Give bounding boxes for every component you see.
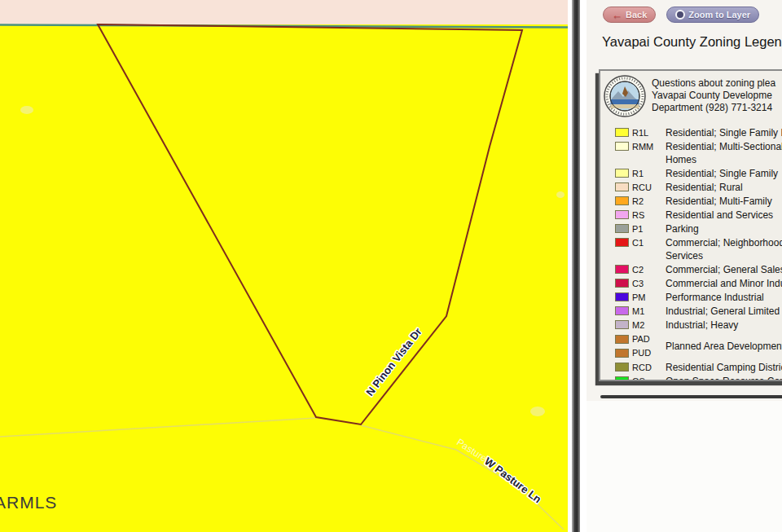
- legend-item-r1l: R1LResidential; Single Family L: [615, 126, 782, 139]
- legend-desc: Residential; Rural: [666, 181, 743, 194]
- legend-code: RCD: [632, 361, 666, 374]
- window-splitter: [568, 0, 586, 532]
- legend-swatch: [615, 182, 629, 191]
- legend-code: R1L: [632, 126, 666, 139]
- legend-note-line3: Department (928) 771-3214: [652, 102, 775, 114]
- legend-desc: Residential; Multi-SectionalHomes: [666, 140, 782, 166]
- zoning-map-canvas: Pasture N Pinon Vista Dr W Pasture Ln: [0, 0, 568, 532]
- legend-header: Questions about zoning plea Yavapai Coun…: [604, 73, 782, 121]
- page-title: Yavapai County Zoning Legend: [602, 34, 782, 50]
- legend-code: RCU: [632, 181, 666, 194]
- faint-parcel-mark: [556, 191, 565, 198]
- legend-item-c2: C2Commercial; General Sales: [615, 263, 782, 276]
- legend-rows: R1LResidential; Single Family LRMMReside…: [604, 126, 782, 381]
- zoom-to-layer-label: Zoom to Layer: [688, 10, 750, 20]
- zone-rcu-band: [0, 0, 568, 24]
- map-viewport[interactable]: Pasture N Pinon Vista Dr W Pasture Ln AR…: [0, 0, 568, 532]
- legend-code: C1: [632, 236, 666, 249]
- legend-item-rcd: RCDResidential Camping Distric: [615, 361, 782, 374]
- legend-swatch: [615, 363, 629, 372]
- back-button-label: Back: [626, 10, 647, 20]
- faint-parcel-mark: [530, 407, 545, 416]
- legend-item-c1: C1Commercial; NeighborhoodServices: [615, 236, 782, 262]
- legend-desc: Commercial and Minor Indu: [666, 277, 782, 290]
- legend-code: RMM: [632, 140, 666, 153]
- legend-desc: Residential; Single Family L: [666, 126, 782, 139]
- legend-swatch: [615, 292, 629, 301]
- yavapai-county-seal: [604, 75, 646, 117]
- legend-code: PUD: [632, 346, 666, 359]
- panel-lower-area: [586, 401, 782, 532]
- legend-desc: Residential; Single Family: [666, 167, 778, 180]
- legend-note: Questions about zoning plea Yavapai Coun…: [652, 73, 775, 114]
- legend-desc: Residential Camping Distric: [666, 361, 782, 374]
- legend-swatch: [615, 376, 629, 381]
- legend-swatch: [615, 210, 629, 219]
- armls-watermark: ARMLS: [0, 493, 57, 512]
- back-button[interactable]: ← Back: [603, 7, 656, 23]
- legend-swatch: [615, 335, 629, 344]
- panel-toolbar: ← Back Zoom to Layer: [603, 7, 759, 23]
- panel-divider-bar: [600, 395, 782, 398]
- legend-swatch: [615, 224, 629, 233]
- legend-panel: ← Back Zoom to Layer Yavapai County Zoni…: [586, 0, 782, 532]
- legend-item-os: OSOpen Space Resource Con: [615, 375, 782, 381]
- faint-parcel-mark: [20, 106, 33, 114]
- legend-desc: Planned Area Development: [666, 340, 782, 353]
- legend-code: P1: [632, 222, 666, 235]
- back-arrow-icon: ←: [612, 10, 622, 20]
- legend-swatch: [615, 169, 629, 178]
- legend-item-pm: PMPerformance Industrial: [615, 291, 782, 304]
- legend-desc: Industrial; Heavy: [666, 319, 738, 332]
- legend-swatch: [615, 279, 629, 288]
- legend-code: R2: [632, 195, 666, 208]
- legend-swatch: [615, 306, 629, 315]
- legend-desc: Industrial; General Limited: [666, 305, 780, 318]
- legend-item-rcu: RCUResidential; Rural: [615, 181, 782, 194]
- legend-code: PAD: [632, 332, 666, 345]
- legend-swatch: [615, 196, 629, 205]
- legend-swatch: [615, 320, 629, 329]
- legend-code: OS: [632, 375, 666, 381]
- legend-note-line1: Questions about zoning plea: [652, 77, 775, 90]
- legend-item-c3: C3Commercial and Minor Indu: [615, 277, 782, 290]
- legend-code: M1: [632, 305, 666, 318]
- legend-swatch: [615, 238, 629, 247]
- legend-desc: Parking: [666, 222, 699, 235]
- legend-desc: Open Space Resource Con: [666, 375, 782, 381]
- legend-code: RS: [632, 209, 666, 222]
- legend-code: C3: [632, 277, 666, 290]
- legend-item-m2: M2Industrial; Heavy: [615, 319, 782, 332]
- legend-code: M2: [632, 319, 666, 332]
- legend-swatch: [615, 142, 629, 151]
- legend-swatch: [615, 128, 629, 137]
- legend-code: R1: [632, 167, 666, 180]
- app-window: Pasture N Pinon Vista Dr W Pasture Ln AR…: [0, 0, 782, 532]
- legend-note-line2: Yavapai County Developme: [652, 90, 775, 102]
- legend-item-m1: M1Industrial; General Limited: [615, 305, 782, 318]
- legend-desc: Performance Industrial: [666, 291, 764, 304]
- vertical-scrollbar[interactable]: [572, 0, 580, 532]
- legend-code: PM: [632, 291, 666, 304]
- legend-swatch: [615, 349, 629, 358]
- legend-desc: Commercial; NeighborhoodServices: [666, 236, 782, 262]
- legend-swatch: [615, 265, 629, 274]
- legend-item-p1: P1Parking: [615, 222, 782, 235]
- legend-desc: Commercial; General Sales: [666, 263, 782, 276]
- circle-icon: [675, 10, 685, 20]
- legend-box: Questions about zoning plea Yavapai Coun…: [599, 69, 782, 381]
- legend-desc: Residential and Services: [666, 209, 773, 222]
- legend-code: C2: [632, 263, 666, 276]
- legend-item-rs: RSResidential and Services: [615, 209, 782, 222]
- legend-item-pad-pud: PADPUDPlanned Area Development: [615, 332, 782, 360]
- legend-item-r2: R2Residential; Multi-Family: [615, 195, 782, 208]
- zoom-to-layer-button[interactable]: Zoom to Layer: [666, 7, 759, 23]
- legend-item-r1: R1Residential; Single Family: [615, 167, 782, 180]
- legend-item-rmm: RMMResidential; Multi-SectionalHomes: [615, 140, 782, 166]
- legend-desc: Residential; Multi-Family: [666, 195, 772, 208]
